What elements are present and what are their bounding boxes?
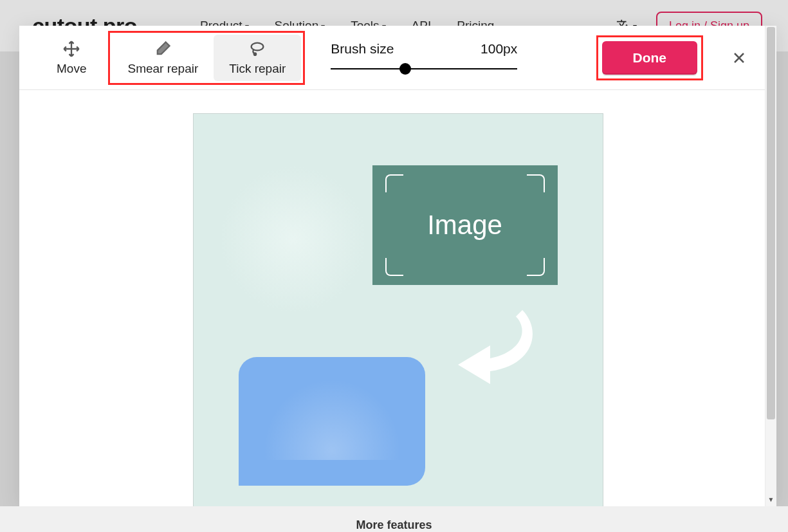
speech-bubble-shape: [239, 357, 425, 486]
svg-point-0: [252, 42, 264, 50]
move-icon: [62, 40, 80, 58]
crop-corner-icon: [527, 174, 545, 192]
editor-toolbar: Move Smear repair Tick repair Brush size…: [19, 26, 765, 90]
crop-corner-icon: [385, 174, 403, 192]
brush-size-slider[interactable]: [331, 63, 517, 75]
brush-size-label: Brush size: [331, 41, 394, 57]
image-placeholder-block: Image: [372, 165, 558, 285]
lasso-icon: [248, 40, 266, 58]
close-button[interactable]: [726, 45, 752, 71]
tick-repair-tool[interactable]: Tick repair: [214, 35, 301, 81]
brush-size-value: 100px: [481, 41, 517, 57]
smear-repair-tool[interactable]: Smear repair: [112, 35, 214, 81]
move-tool[interactable]: Move: [45, 33, 98, 82]
repair-tool-group: Smear repair Tick repair: [108, 31, 305, 85]
smear-repair-label: Smear repair: [127, 62, 198, 76]
scroll-down-icon[interactable]: ▼: [765, 496, 776, 506]
image-placeholder-text: Image: [427, 210, 502, 241]
more-features-peek[interactable]: More features: [0, 506, 788, 532]
slider-track: [331, 68, 517, 69]
move-tool-label: Move: [57, 62, 86, 76]
erased-region-ghost: [219, 165, 367, 313]
crop-corner-icon: [385, 258, 403, 276]
editing-canvas[interactable]: Image: [193, 113, 603, 506]
crop-corner-icon: [527, 258, 545, 276]
done-button[interactable]: Done: [602, 41, 698, 75]
scrollbar-thumb[interactable]: [767, 27, 775, 419]
slider-thumb[interactable]: [399, 63, 411, 75]
eraser-icon: [154, 40, 172, 58]
done-highlight: Done: [596, 35, 704, 80]
curved-arrow-icon: [445, 307, 535, 384]
editor-modal: Move Smear repair Tick repair Brush size…: [19, 26, 776, 506]
modal-scrollbar[interactable]: ▲ ▼: [765, 26, 776, 506]
tick-repair-label: Tick repair: [229, 62, 286, 76]
svg-point-1: [254, 53, 256, 55]
close-icon: [731, 50, 747, 66]
canvas-area: Image: [19, 90, 776, 506]
brush-size-control: Brush size 100px: [331, 41, 517, 75]
